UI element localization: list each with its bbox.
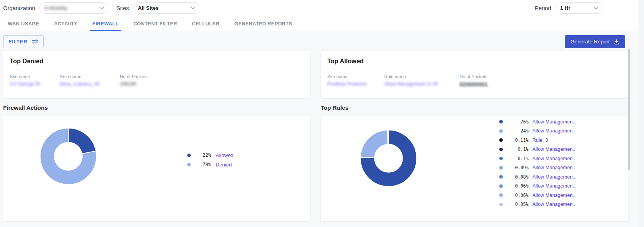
- period-label: Period: [535, 5, 551, 11]
- top-denied-card: Top Denied Site name CV George W Rule na…: [3, 51, 310, 98]
- legend-row: 0.11%Rule_3: [499, 136, 577, 145]
- column-header-site-name: Site name: [327, 74, 384, 79]
- legend-label-link[interactable]: Allow Managemen...: [532, 156, 577, 161]
- legend-row: 0.06%Allow Managemen...: [499, 191, 577, 200]
- legend-row: 24%Allow Managemen...: [499, 127, 577, 136]
- legend-label-link[interactable]: Denied: [216, 162, 232, 168]
- firewall-actions-card: 22%Allowed78%Denied: [3, 116, 310, 221]
- legend-label-link[interactable]: Allow Managemen...: [532, 174, 577, 180]
- legend-row: 0.06%Allow Managemen...: [499, 182, 577, 191]
- legend-dot: [499, 129, 503, 133]
- chevron-down-icon: [99, 7, 104, 10]
- charts-row: 22%Allowed78%Denied 76%Allow Managemen..…: [3, 116, 628, 221]
- sites-label: Sites: [116, 5, 129, 11]
- column-header-rule-name: Rule name: [384, 74, 459, 79]
- chevron-down-icon: [191, 7, 195, 10]
- legend-label-link[interactable]: Allow Managemen...: [532, 165, 577, 170]
- legend-percent: 0.06%: [508, 183, 529, 189]
- legend-percent: 78%: [196, 162, 211, 167]
- legend-percent: 0.1%: [508, 147, 529, 152]
- sites-value: All Sites: [138, 5, 158, 11]
- tab-activity[interactable]: ACTIVITY: [52, 21, 80, 31]
- summary-row: Top Denied Site name CV George W Rule na…: [3, 51, 628, 98]
- download-icon: [614, 39, 620, 45]
- tab-cellular[interactable]: CELLULAR: [190, 21, 222, 31]
- firewall-report-page: Organization S-Mobility Sites All Sites …: [0, 0, 639, 227]
- legend-row: 22%Allowed: [187, 150, 234, 160]
- legend-label-link[interactable]: Allowed: [216, 152, 234, 158]
- firewall-actions-donut-chart[interactable]: [39, 127, 98, 186]
- legend-label-link[interactable]: Allow Managemen...: [532, 119, 577, 125]
- legend-percent: 0.11%: [508, 138, 529, 143]
- organization-label: Organization: [3, 5, 35, 11]
- tab-firewall[interactable]: FIREWALL: [90, 21, 121, 31]
- legend-row: 78%Denied: [187, 160, 234, 169]
- top-denied-table: Site name CV George W Rule name Deny_Cam…: [10, 74, 303, 87]
- legend-dot: [499, 166, 503, 170]
- firewall-actions-heading: Firewall Actions: [3, 104, 310, 111]
- legend-label-link[interactable]: Allow Managemen...: [532, 202, 577, 207]
- legend-percent: 0.06%: [508, 193, 529, 198]
- legend-percent: 0.05%: [508, 202, 529, 207]
- column-header-packets: No of Packets: [459, 74, 488, 79]
- filter-button-label: FILTER: [9, 39, 27, 45]
- rule-name-link[interactable]: Deny_Camera_All: [60, 81, 120, 87]
- top-allowed-title: Top Allowed: [327, 58, 621, 65]
- legend-dot: [499, 148, 503, 151]
- content-area: FILTER Generate Report Top Denied: [0, 31, 639, 221]
- section-headings: Firewall Actions Top Rules: [3, 104, 628, 111]
- period-group: Period 1 Hr: [535, 2, 603, 14]
- legend-percent: 0.09%: [508, 165, 529, 170]
- rule-name-link[interactable]: Allow Management to 46: [384, 81, 459, 87]
- generate-report-label: Generate Report: [570, 39, 610, 45]
- tab-generated-reports[interactable]: GENERATED REPORTS: [232, 21, 295, 31]
- site-name-link[interactable]: CV George W: [10, 81, 60, 87]
- legend-percent: 0.08%: [508, 174, 529, 180]
- legend-dot: [499, 120, 503, 123]
- top-rules-legend: 76%Allow Managemen...24%Allow Managemen.…: [499, 117, 577, 209]
- legend-percent: 24%: [508, 128, 529, 134]
- period-select[interactable]: 1 Hr: [555, 2, 603, 14]
- legend-label-link[interactable]: Allow Managemen...: [532, 183, 577, 189]
- legend-dot: [499, 203, 503, 206]
- top-allowed-table: Site name Prudhoe Protector Rule name Al…: [327, 74, 621, 88]
- firewall-actions-legend: 22%Allowed78%Denied: [187, 150, 234, 169]
- tab-wan-usage[interactable]: WAN USAGE: [5, 21, 42, 31]
- column-header-rule-name: Rule name: [60, 74, 120, 79]
- vertical-scrollbar-thumb[interactable]: [628, 49, 630, 170]
- legend-dot: [499, 184, 503, 188]
- donut-slice[interactable]: [360, 130, 388, 158]
- legend-label-link[interactable]: Allow Managemen...: [532, 147, 577, 152]
- top-bar: Organization S-Mobility Sites All Sites …: [0, 0, 639, 16]
- legend-percent: 22%: [196, 152, 211, 158]
- top-rules-card: 76%Allow Managemen...24%Allow Managemen.…: [321, 116, 628, 221]
- legend-label-link[interactable]: Allow Managemen...: [532, 128, 577, 134]
- site-name-link[interactable]: Prudhoe Protector: [327, 81, 384, 87]
- legend-label-link[interactable]: Rule_3: [532, 138, 548, 143]
- tab-content-filter[interactable]: CONTENT FILTER: [131, 21, 179, 31]
- legend-row: 0.08%Allow Managemen...: [499, 172, 577, 182]
- legend-dot: [499, 175, 503, 179]
- organization-value: S-Mobility: [44, 5, 67, 11]
- period-value: 1 Hr: [560, 5, 570, 11]
- legend-row: 76%Allow Managemen...: [499, 117, 577, 127]
- sites-select[interactable]: All Sites: [133, 2, 200, 14]
- legend-dot: [499, 138, 503, 142]
- top-rules-heading: Top Rules: [321, 104, 348, 111]
- legend-dot: [187, 154, 191, 157]
- donut-slice[interactable]: [68, 128, 96, 154]
- packets-value: 020000001: [459, 81, 488, 88]
- legend-dot: [499, 157, 503, 160]
- top-rules-donut-chart[interactable]: [359, 129, 418, 188]
- legend-percent: 0.1%: [508, 156, 529, 161]
- legend-row: 0.05%Allow Managemen...: [499, 200, 577, 209]
- legend-label-link[interactable]: Allow Managemen...: [532, 193, 577, 198]
- tune-icon: [32, 38, 38, 45]
- tab-bar: WAN USAGE ACTIVITY FIREWALL CONTENT FILT…: [0, 16, 639, 31]
- legend-row: 0.09%Allow Managemen...: [499, 163, 577, 173]
- top-allowed-card: Top Allowed Site name Prudhoe Protector …: [321, 51, 628, 98]
- filter-button[interactable]: FILTER: [3, 35, 44, 48]
- organization-select[interactable]: S-Mobility: [39, 2, 109, 14]
- generate-report-button[interactable]: Generate Report: [565, 35, 625, 48]
- toolbar: FILTER Generate Report: [3, 35, 628, 48]
